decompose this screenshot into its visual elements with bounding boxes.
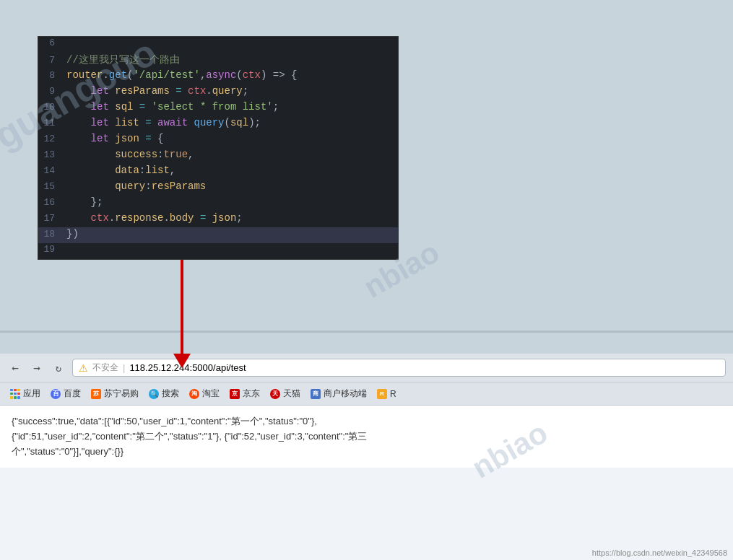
bookmark-r[interactable]: R R <box>373 387 401 401</box>
arrow-container <box>173 260 191 368</box>
warning-icon: ⚠ <box>79 362 88 374</box>
line-num-14: 14 <box>38 165 64 176</box>
bookmark-tmall-label: 天猫 <box>283 388 300 400</box>
code-line-8: 8 router.get('/api/test',async(ctx) => { <box>38 69 398 84</box>
json-content: {"success":true,"data":[{"id":50,"user_i… <box>0 406 733 468</box>
line-num-15: 15 <box>38 181 64 192</box>
browser-toolbar: ← → ↻ ⚠ 不安全 | 118.25.12.244:5000/api/tes… <box>0 354 733 382</box>
bookmark-apps-label: 应用 <box>23 388 40 400</box>
code-line-11: 11 let list = await query(sql); <box>38 116 398 132</box>
back-button[interactable]: ← <box>7 360 23 376</box>
code-line-17: 17 ctx.response.body = json; <box>38 211 398 227</box>
address-bar[interactable]: ⚠ 不安全 | 118.25.12.244:5000/api/test <box>72 359 726 377</box>
code-line-19: 19 <box>38 243 398 259</box>
code-line-10: 10 let sql = 'select * from list'; <box>38 100 398 116</box>
code-line-9: 9 let resParams = ctx.query; <box>38 84 398 100</box>
line-num-8: 8 <box>38 70 64 81</box>
json-output-line1: {"success":true,"data":[{"id":50,"user_i… <box>12 414 721 429</box>
line-num-10: 10 <box>38 102 64 113</box>
bookmark-baidu[interactable]: 百 百度 <box>46 385 85 402</box>
line-num-17: 17 <box>38 213 64 224</box>
line-num-11: 11 <box>38 118 64 128</box>
bookmark-taobao-label: 淘宝 <box>202 388 220 400</box>
code-line-13: 13 success:true, <box>38 148 398 164</box>
section-divider <box>0 331 733 333</box>
line-num-9: 9 <box>38 86 64 97</box>
line-num-7: 7 <box>38 55 64 66</box>
bookmark-search-label: 搜索 <box>162 388 179 400</box>
line-num-16: 16 <box>38 197 64 208</box>
browser-section: ← → ↻ ⚠ 不安全 | 118.25.12.244:5000/api/tes… <box>0 354 733 560</box>
line-num-19: 19 <box>38 244 64 255</box>
json-output-line2: {"id":51,"user_id":2,"content":"第二个","st… <box>12 429 721 445</box>
code-content-9: let resParams = ctx.query; <box>64 85 398 97</box>
code-line-6: 6 <box>38 37 398 53</box>
bookmark-r-label: R <box>390 389 396 399</box>
bookmark-tmall[interactable]: 天 天猫 <box>266 385 305 402</box>
code-line-12: 12 let json = { <box>38 132 398 148</box>
code-content-11: let list = await query(sql); <box>64 117 398 128</box>
bookmark-merchant-label: 商户移动端 <box>324 388 367 400</box>
arrow-head <box>173 354 191 368</box>
refresh-button[interactable]: ↻ <box>51 360 66 376</box>
separator: | <box>123 362 125 373</box>
code-content-14: data:list, <box>64 165 398 176</box>
bookmark-suning[interactable]: 苏 苏宁易购 <box>87 385 143 402</box>
bookmark-search[interactable]: 🔍 搜索 <box>144 385 183 402</box>
code-content-15: query:resParams <box>64 180 398 192</box>
json-output-line3: 个","status":"0"}],"query":{}} <box>12 445 721 460</box>
bookmark-suning-label: 苏宁易购 <box>104 388 139 400</box>
code-content-13: success:true, <box>64 149 398 160</box>
line-num-18: 18 <box>38 229 64 240</box>
line-num-12: 12 <box>38 134 64 144</box>
bookmark-taobao[interactable]: 淘 淘宝 <box>185 385 224 402</box>
code-line-16: 16 }; <box>38 196 398 211</box>
code-line-15: 15 query:resParams <box>38 180 398 196</box>
code-content-16: }; <box>64 196 398 208</box>
code-content-17: ctx.response.body = json; <box>64 212 398 224</box>
forward-button[interactable]: → <box>29 360 45 376</box>
bookmark-apps[interactable]: 应用 <box>6 385 45 402</box>
line-num-6: 6 <box>38 38 64 48</box>
code-content-12: let json = { <box>64 133 398 144</box>
bookmark-baidu-label: 百度 <box>64 388 81 400</box>
bookmarks-bar: 应用 百 百度 苏 苏宁易购 🔍 搜索 淘 淘宝 <box>0 382 733 406</box>
bookmark-merchant[interactable]: 商 商户移动端 <box>306 385 371 402</box>
arrow-line <box>181 260 183 354</box>
code-content-7: //这里我只写这一个路由 <box>64 53 398 66</box>
code-line-7: 7 //这里我只写这一个路由 <box>38 53 398 69</box>
bookmark-jd[interactable]: 京 京东 <box>225 385 264 402</box>
insecure-label: 不安全 <box>92 362 118 374</box>
line-num-13: 13 <box>38 149 64 160</box>
bottom-url: https://blog.csdn.net/weixin_42349568 <box>592 548 727 557</box>
code-content-10: let sql = 'select * from list'; <box>64 101 398 113</box>
code-content-8: router.get('/api/test',async(ctx) => { <box>64 69 398 81</box>
code-line-18: 18 }) <box>38 227 398 243</box>
bookmark-jd-label: 京东 <box>243 388 260 400</box>
code-editor: 6 7 //这里我只写这一个路由 8 router.get('/api/test… <box>38 36 399 260</box>
code-content-18: }) <box>64 228 398 240</box>
code-line-14: 14 data:list, <box>38 164 398 180</box>
